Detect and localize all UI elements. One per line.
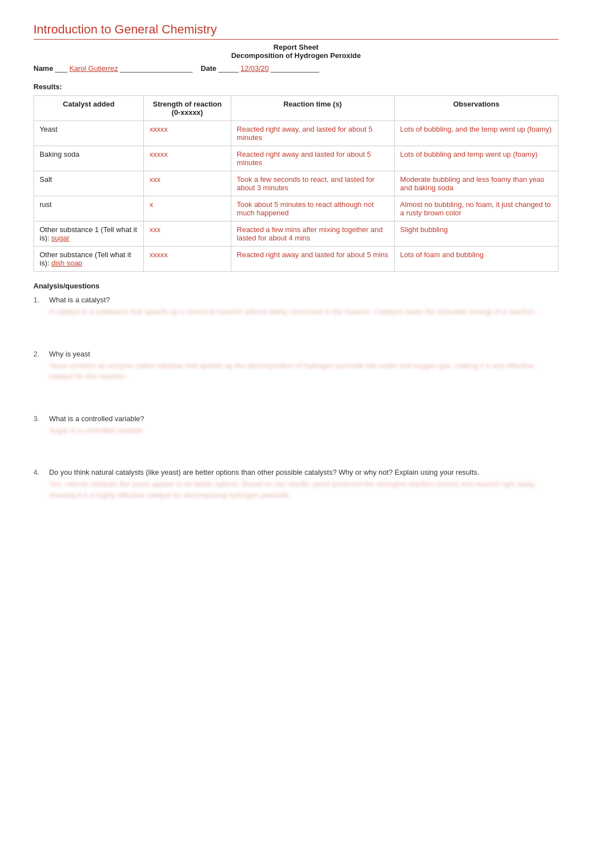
- questions-list: 1.What is a catalyst?A catalyst is a sub…: [33, 296, 559, 523]
- cell-reaction-time-3: Took about 5 minutes to react although n…: [231, 196, 394, 221]
- results-table: Catalyst added Strength of reaction (0-x…: [33, 95, 559, 272]
- cell-reaction-time-0: Reacted right away, and lasted for about…: [231, 121, 394, 146]
- question-text-0: What is a catalyst?: [49, 296, 559, 304]
- answer-text-1: Yeast contains an enzyme called catalase…: [49, 360, 559, 382]
- cell-observations-0: Lots of bubbling, and the temp went up (…: [394, 121, 558, 146]
- question-item-0: 1.What is a catalyst?A catalyst is a sub…: [33, 296, 559, 340]
- question-text-1: Why is yeast: [49, 350, 559, 358]
- question-item-3: 4.Do you think natural catalysts (like y…: [33, 468, 559, 523]
- cell-reaction-time-2: Took a few seconds to react, and lasted …: [231, 171, 394, 196]
- table-row: Other substance (Tell what it is): dish …: [34, 247, 559, 272]
- question-number-1: 2.: [33, 350, 45, 404]
- question-number-2: 3.: [33, 414, 45, 459]
- report-header: Report Sheet Decomposition of Hydrogen P…: [33, 43, 559, 60]
- table-row: SaltxxxTook a few seconds to react, and …: [34, 171, 559, 196]
- page-title: Introduction to General Chemistry: [33, 22, 559, 40]
- table-row: rustxTook about 5 minutes to react altho…: [34, 196, 559, 221]
- cell-strength-5: xxxxx: [144, 247, 231, 272]
- name-blank-pre: ___: [55, 64, 67, 73]
- cell-catalyst-0: Yeast: [34, 121, 144, 146]
- table-row: YeastxxxxxReacted right away, and lasted…: [34, 121, 559, 146]
- name-label: Name: [33, 64, 53, 73]
- table-row: Baking sodaxxxxxReacted right away and l…: [34, 146, 559, 171]
- question-number-0: 1.: [33, 296, 45, 340]
- cell-catalyst-3: rust: [34, 196, 144, 221]
- cell-catalyst-1: Baking soda: [34, 146, 144, 171]
- cell-catalyst-2: Salt: [34, 171, 144, 196]
- col-header-strength: Strength of reaction (0-xxxxx): [144, 96, 231, 121]
- cell-strength-2: xxx: [144, 171, 231, 196]
- question-item-1: 2.Why is yeastYeast contains an enzyme c…: [33, 350, 559, 404]
- col-header-reaction-time: Reaction time (s): [231, 96, 394, 121]
- col-header-observations: Observations: [394, 96, 558, 121]
- cell-strength-3: x: [144, 196, 231, 221]
- date-value: 12/03/20: [241, 64, 269, 73]
- date-blank-pre: _____: [219, 64, 239, 73]
- table-row: Other substance 1 (Tell what it is): sug…: [34, 221, 559, 247]
- cell-observations-2: Moderate bubbling and less foamy than ye…: [394, 171, 558, 196]
- name-blank-post: __________________: [120, 64, 192, 73]
- cell-reaction-time-1: Reacted right away and lasted for about …: [231, 146, 394, 171]
- cell-reaction-time-5: Reacted right away and lasted for about …: [231, 247, 394, 272]
- cell-observations-3: Almost no bubbling, no foam, it just cha…: [394, 196, 558, 221]
- cell-observations-1: Lots of bubbling and temp went up (foamy…: [394, 146, 558, 171]
- cell-strength-0: xxxxx: [144, 121, 231, 146]
- results-label: Results:: [33, 83, 559, 91]
- cell-observations-5: Lots of foam and bubbling: [394, 247, 558, 272]
- answer-text-3: Yes, natural catalysts like yeast appear…: [49, 479, 559, 500]
- name-date-line: Name ___ Karol Gutierrez _______________…: [33, 64, 559, 73]
- cell-strength-1: xxxxx: [144, 146, 231, 171]
- question-text-2: What is a controlled variable?: [49, 414, 559, 423]
- question-item-2: 3.What is a controlled variable?Sugar is…: [33, 414, 559, 459]
- analysis-label: Analysis/questions: [33, 282, 559, 290]
- report-sheet-line1: Report Sheet: [33, 43, 559, 51]
- report-sheet-line2: Decomposition of Hydrogen Peroxide: [33, 51, 559, 60]
- question-text-3: Do you think natural catalysts (like yea…: [49, 468, 559, 476]
- question-number-3: 4.: [33, 468, 45, 523]
- col-header-catalyst: Catalyst added: [34, 96, 144, 121]
- name-value: Karol Gutierrez: [69, 64, 118, 73]
- answer-text-0: A catalyst is a substance that speeds up…: [49, 306, 559, 317]
- date-blank-post: ____________: [271, 64, 319, 73]
- cell-reaction-time-4: Reacted a few mins after mixing together…: [231, 221, 394, 247]
- cell-catalyst-5: Other substance (Tell what it is): dish …: [34, 247, 144, 272]
- answer-text-2: Sugar is a controlled variable: [49, 425, 559, 436]
- date-label: Date: [201, 64, 216, 73]
- cell-strength-4: xxx: [144, 221, 231, 247]
- cell-observations-4: Slight bubbling: [394, 221, 558, 247]
- cell-catalyst-4: Other substance 1 (Tell what it is): sug…: [34, 221, 144, 247]
